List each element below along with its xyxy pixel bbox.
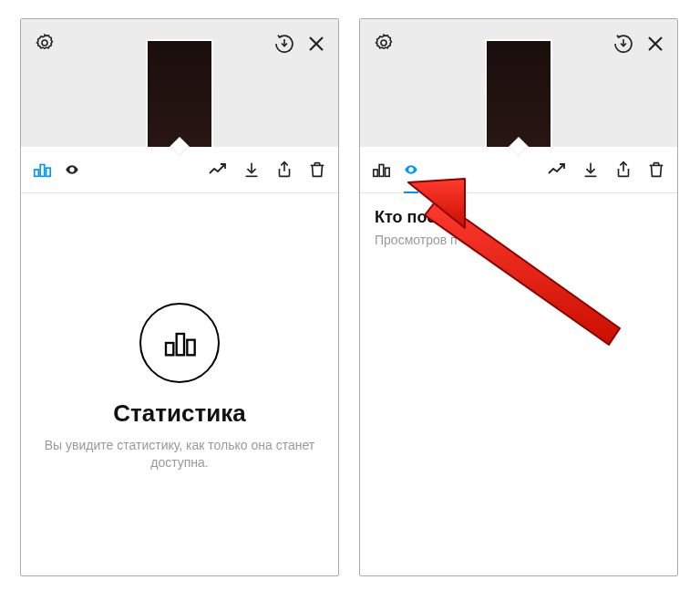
settings-icon[interactable] xyxy=(34,32,56,54)
content-stats: Статистика Вы увидите статистику, как то… xyxy=(21,193,338,575)
svg-point-7 xyxy=(71,169,74,171)
phone-frame-right: Кто посмо Просмотров п xyxy=(359,18,678,576)
top-actions xyxy=(612,32,666,56)
svg-rect-6 xyxy=(46,168,51,176)
bar-chart-circle xyxy=(139,303,220,383)
toolbar xyxy=(21,147,338,193)
eye-icon[interactable] xyxy=(404,162,418,177)
trash-icon[interactable] xyxy=(646,160,666,180)
trend-up-icon[interactable] xyxy=(546,159,568,181)
svg-rect-13 xyxy=(187,340,194,356)
svg-rect-19 xyxy=(379,165,384,177)
svg-rect-12 xyxy=(177,334,184,355)
svg-rect-5 xyxy=(40,165,45,177)
share-icon[interactable] xyxy=(613,160,633,180)
eye-icon[interactable] xyxy=(65,162,79,177)
viewers-panel: Кто посмо Просмотров п xyxy=(360,193,677,262)
trend-up-icon[interactable] xyxy=(207,159,229,181)
svg-rect-20 xyxy=(386,168,390,176)
bar-chart-icon[interactable] xyxy=(371,160,391,180)
toolbar-right xyxy=(546,159,666,181)
stats-title: Статистика xyxy=(113,399,245,428)
download-icon[interactable] xyxy=(581,160,601,180)
svg-point-0 xyxy=(42,40,47,46)
close-icon[interactable] xyxy=(305,33,327,55)
toolbar xyxy=(360,147,677,193)
bar-chart-icon[interactable] xyxy=(32,160,52,180)
close-icon[interactable] xyxy=(644,33,666,55)
archive-download-icon[interactable] xyxy=(273,32,296,56)
svg-rect-18 xyxy=(374,170,378,176)
content-viewers: Кто посмо Просмотров п xyxy=(360,193,677,575)
viewers-subtitle: Просмотров п xyxy=(375,233,663,247)
svg-point-21 xyxy=(410,169,413,171)
top-actions xyxy=(273,32,327,56)
share-icon[interactable] xyxy=(274,160,294,180)
download-icon[interactable] xyxy=(242,160,262,180)
story-thumbnail[interactable] xyxy=(146,39,213,147)
archive-download-icon[interactable] xyxy=(612,32,635,56)
svg-rect-4 xyxy=(35,170,39,176)
trash-icon[interactable] xyxy=(307,160,327,180)
stats-description: Вы увидите статистику, как только она ст… xyxy=(43,437,316,471)
svg-rect-11 xyxy=(166,343,173,355)
stats-placeholder: Статистика Вы увидите статистику, как то… xyxy=(21,303,338,471)
story-thumbnail[interactable] xyxy=(485,39,552,147)
svg-point-14 xyxy=(381,40,386,46)
toolbar-right xyxy=(207,159,327,181)
phone-frame-left: Статистика Вы увидите статистику, как то… xyxy=(20,18,339,576)
topbar xyxy=(21,19,338,147)
viewers-title: Кто посмо xyxy=(375,208,663,227)
topbar xyxy=(360,19,677,147)
settings-icon[interactable] xyxy=(373,32,395,54)
